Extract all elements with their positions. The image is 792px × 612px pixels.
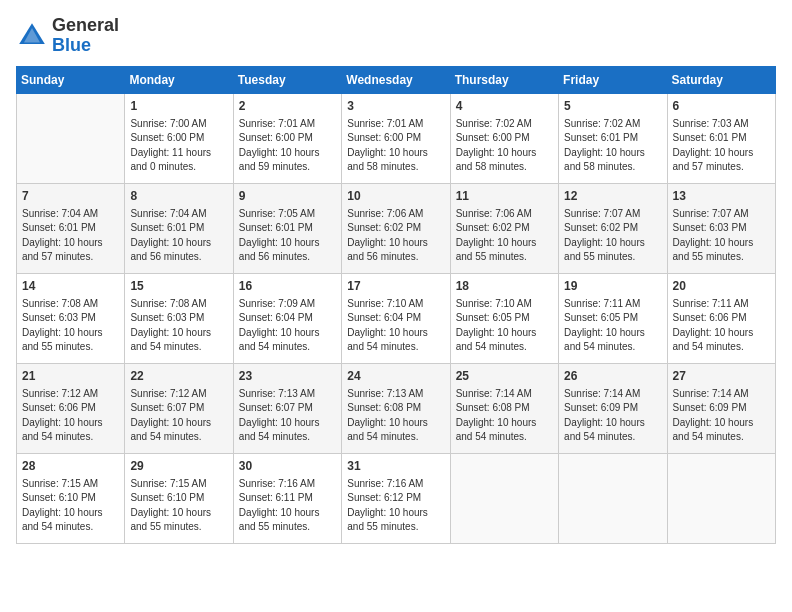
calendar-week-2: 7Sunrise: 7:04 AMSunset: 6:01 PMDaylight… <box>17 183 776 273</box>
day-number: 15 <box>130 278 227 295</box>
calendar-cell: 25Sunrise: 7:14 AMSunset: 6:08 PMDayligh… <box>450 363 558 453</box>
calendar-cell: 1Sunrise: 7:00 AMSunset: 6:00 PMDaylight… <box>125 93 233 183</box>
day-info: Sunrise: 7:06 AMSunset: 6:02 PMDaylight:… <box>456 207 553 265</box>
calendar-cell: 8Sunrise: 7:04 AMSunset: 6:01 PMDaylight… <box>125 183 233 273</box>
day-number: 31 <box>347 458 444 475</box>
logo-text: General Blue <box>52 16 119 56</box>
day-info: Sunrise: 7:07 AMSunset: 6:03 PMDaylight:… <box>673 207 770 265</box>
day-number: 3 <box>347 98 444 115</box>
day-number: 23 <box>239 368 336 385</box>
calendar-cell: 3Sunrise: 7:01 AMSunset: 6:00 PMDaylight… <box>342 93 450 183</box>
calendar-cell: 6Sunrise: 7:03 AMSunset: 6:01 PMDaylight… <box>667 93 775 183</box>
calendar-cell: 15Sunrise: 7:08 AMSunset: 6:03 PMDayligh… <box>125 273 233 363</box>
calendar-cell: 31Sunrise: 7:16 AMSunset: 6:12 PMDayligh… <box>342 453 450 543</box>
calendar-cell: 27Sunrise: 7:14 AMSunset: 6:09 PMDayligh… <box>667 363 775 453</box>
day-number: 8 <box>130 188 227 205</box>
day-number: 13 <box>673 188 770 205</box>
calendar-cell: 23Sunrise: 7:13 AMSunset: 6:07 PMDayligh… <box>233 363 341 453</box>
calendar-cell: 19Sunrise: 7:11 AMSunset: 6:05 PMDayligh… <box>559 273 667 363</box>
day-number: 5 <box>564 98 661 115</box>
day-info: Sunrise: 7:12 AMSunset: 6:07 PMDaylight:… <box>130 387 227 445</box>
calendar-cell: 14Sunrise: 7:08 AMSunset: 6:03 PMDayligh… <box>17 273 125 363</box>
calendar-cell: 4Sunrise: 7:02 AMSunset: 6:00 PMDaylight… <box>450 93 558 183</box>
logo-blue: Blue <box>52 35 91 55</box>
day-number: 30 <box>239 458 336 475</box>
header-thursday: Thursday <box>450 66 558 93</box>
day-number: 12 <box>564 188 661 205</box>
day-number: 7 <box>22 188 119 205</box>
calendar-cell: 17Sunrise: 7:10 AMSunset: 6:04 PMDayligh… <box>342 273 450 363</box>
day-info: Sunrise: 7:04 AMSunset: 6:01 PMDaylight:… <box>130 207 227 265</box>
calendar-table: SundayMondayTuesdayWednesdayThursdayFrid… <box>16 66 776 544</box>
day-info: Sunrise: 7:08 AMSunset: 6:03 PMDaylight:… <box>22 297 119 355</box>
calendar-cell: 2Sunrise: 7:01 AMSunset: 6:00 PMDaylight… <box>233 93 341 183</box>
day-info: Sunrise: 7:16 AMSunset: 6:12 PMDaylight:… <box>347 477 444 535</box>
day-number: 25 <box>456 368 553 385</box>
day-number: 22 <box>130 368 227 385</box>
day-number: 29 <box>130 458 227 475</box>
day-info: Sunrise: 7:00 AMSunset: 6:00 PMDaylight:… <box>130 117 227 175</box>
calendar-cell: 22Sunrise: 7:12 AMSunset: 6:07 PMDayligh… <box>125 363 233 453</box>
calendar-cell: 24Sunrise: 7:13 AMSunset: 6:08 PMDayligh… <box>342 363 450 453</box>
day-number: 14 <box>22 278 119 295</box>
calendar-cell: 21Sunrise: 7:12 AMSunset: 6:06 PMDayligh… <box>17 363 125 453</box>
calendar-cell: 10Sunrise: 7:06 AMSunset: 6:02 PMDayligh… <box>342 183 450 273</box>
day-info: Sunrise: 7:12 AMSunset: 6:06 PMDaylight:… <box>22 387 119 445</box>
calendar-cell: 11Sunrise: 7:06 AMSunset: 6:02 PMDayligh… <box>450 183 558 273</box>
day-info: Sunrise: 7:10 AMSunset: 6:04 PMDaylight:… <box>347 297 444 355</box>
day-number: 6 <box>673 98 770 115</box>
header-monday: Monday <box>125 66 233 93</box>
day-info: Sunrise: 7:14 AMSunset: 6:08 PMDaylight:… <box>456 387 553 445</box>
calendar-cell <box>17 93 125 183</box>
day-info: Sunrise: 7:16 AMSunset: 6:11 PMDaylight:… <box>239 477 336 535</box>
day-number: 28 <box>22 458 119 475</box>
day-info: Sunrise: 7:08 AMSunset: 6:03 PMDaylight:… <box>130 297 227 355</box>
day-number: 10 <box>347 188 444 205</box>
calendar-cell: 28Sunrise: 7:15 AMSunset: 6:10 PMDayligh… <box>17 453 125 543</box>
day-info: Sunrise: 7:15 AMSunset: 6:10 PMDaylight:… <box>22 477 119 535</box>
header-saturday: Saturday <box>667 66 775 93</box>
day-number: 21 <box>22 368 119 385</box>
day-info: Sunrise: 7:02 AMSunset: 6:00 PMDaylight:… <box>456 117 553 175</box>
day-info: Sunrise: 7:07 AMSunset: 6:02 PMDaylight:… <box>564 207 661 265</box>
day-info: Sunrise: 7:10 AMSunset: 6:05 PMDaylight:… <box>456 297 553 355</box>
day-number: 26 <box>564 368 661 385</box>
day-info: Sunrise: 7:02 AMSunset: 6:01 PMDaylight:… <box>564 117 661 175</box>
day-info: Sunrise: 7:01 AMSunset: 6:00 PMDaylight:… <box>239 117 336 175</box>
day-info: Sunrise: 7:03 AMSunset: 6:01 PMDaylight:… <box>673 117 770 175</box>
day-number: 9 <box>239 188 336 205</box>
day-info: Sunrise: 7:13 AMSunset: 6:08 PMDaylight:… <box>347 387 444 445</box>
day-number: 24 <box>347 368 444 385</box>
day-info: Sunrise: 7:11 AMSunset: 6:05 PMDaylight:… <box>564 297 661 355</box>
calendar-week-1: 1Sunrise: 7:00 AMSunset: 6:00 PMDaylight… <box>17 93 776 183</box>
calendar-cell: 20Sunrise: 7:11 AMSunset: 6:06 PMDayligh… <box>667 273 775 363</box>
calendar-cell: 18Sunrise: 7:10 AMSunset: 6:05 PMDayligh… <box>450 273 558 363</box>
day-info: Sunrise: 7:11 AMSunset: 6:06 PMDaylight:… <box>673 297 770 355</box>
logo-icon <box>16 20 48 52</box>
calendar-cell: 5Sunrise: 7:02 AMSunset: 6:01 PMDaylight… <box>559 93 667 183</box>
calendar-week-4: 21Sunrise: 7:12 AMSunset: 6:06 PMDayligh… <box>17 363 776 453</box>
header-sunday: Sunday <box>17 66 125 93</box>
calendar-week-3: 14Sunrise: 7:08 AMSunset: 6:03 PMDayligh… <box>17 273 776 363</box>
day-info: Sunrise: 7:14 AMSunset: 6:09 PMDaylight:… <box>564 387 661 445</box>
calendar-header-row: SundayMondayTuesdayWednesdayThursdayFrid… <box>17 66 776 93</box>
calendar-cell <box>667 453 775 543</box>
logo: General Blue <box>16 16 119 56</box>
calendar-cell: 13Sunrise: 7:07 AMSunset: 6:03 PMDayligh… <box>667 183 775 273</box>
day-number: 19 <box>564 278 661 295</box>
day-info: Sunrise: 7:06 AMSunset: 6:02 PMDaylight:… <box>347 207 444 265</box>
day-info: Sunrise: 7:05 AMSunset: 6:01 PMDaylight:… <box>239 207 336 265</box>
calendar-cell <box>559 453 667 543</box>
day-info: Sunrise: 7:13 AMSunset: 6:07 PMDaylight:… <box>239 387 336 445</box>
day-number: 2 <box>239 98 336 115</box>
header-tuesday: Tuesday <box>233 66 341 93</box>
day-info: Sunrise: 7:14 AMSunset: 6:09 PMDaylight:… <box>673 387 770 445</box>
calendar-cell: 7Sunrise: 7:04 AMSunset: 6:01 PMDaylight… <box>17 183 125 273</box>
day-info: Sunrise: 7:01 AMSunset: 6:00 PMDaylight:… <box>347 117 444 175</box>
page-header: General Blue <box>16 16 776 56</box>
header-wednesday: Wednesday <box>342 66 450 93</box>
day-number: 1 <box>130 98 227 115</box>
day-info: Sunrise: 7:15 AMSunset: 6:10 PMDaylight:… <box>130 477 227 535</box>
day-info: Sunrise: 7:09 AMSunset: 6:04 PMDaylight:… <box>239 297 336 355</box>
calendar-week-5: 28Sunrise: 7:15 AMSunset: 6:10 PMDayligh… <box>17 453 776 543</box>
